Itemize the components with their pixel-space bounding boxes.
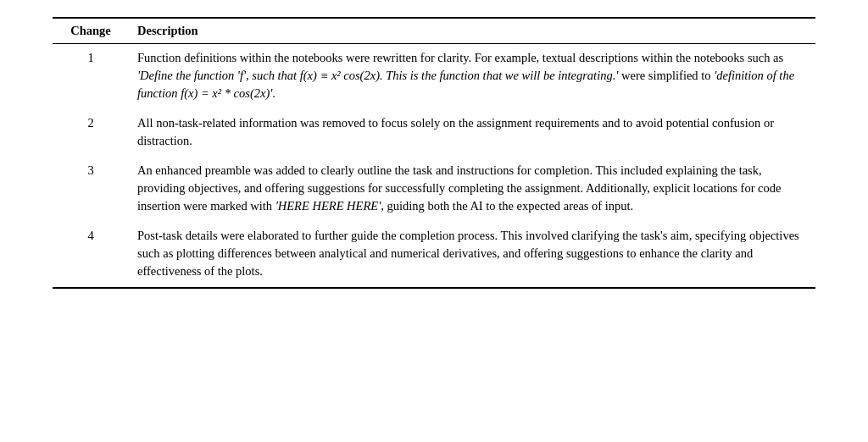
- main-table-wrapper: Change Description 1Function definitions…: [53, 17, 815, 289]
- table-row: 1Function definitions within the noteboo…: [53, 44, 815, 110]
- table-row: 2All non-task-related information was re…: [53, 109, 815, 157]
- cell-description-2: All non-task-related information was rem…: [129, 109, 815, 157]
- cell-description-1: Function definitions within the notebook…: [129, 44, 815, 110]
- cell-change-3: 3: [53, 157, 129, 222]
- cell-description-4: Post-task details were elaborated to fur…: [129, 222, 815, 287]
- cell-change-2: 2: [53, 109, 129, 157]
- cell-change-4: 4: [53, 222, 129, 287]
- header-description: Description: [129, 19, 815, 44]
- changes-table: Change Description 1Function definitions…: [53, 19, 815, 287]
- cell-description-3: An enhanced preamble was added to clearl…: [129, 157, 815, 222]
- header-change: Change: [53, 19, 129, 44]
- cell-change-1: 1: [53, 44, 129, 110]
- table-row: 4Post-task details were elaborated to fu…: [53, 222, 815, 287]
- table-row: 3An enhanced preamble was added to clear…: [53, 157, 815, 222]
- table-header-row: Change Description: [53, 19, 815, 44]
